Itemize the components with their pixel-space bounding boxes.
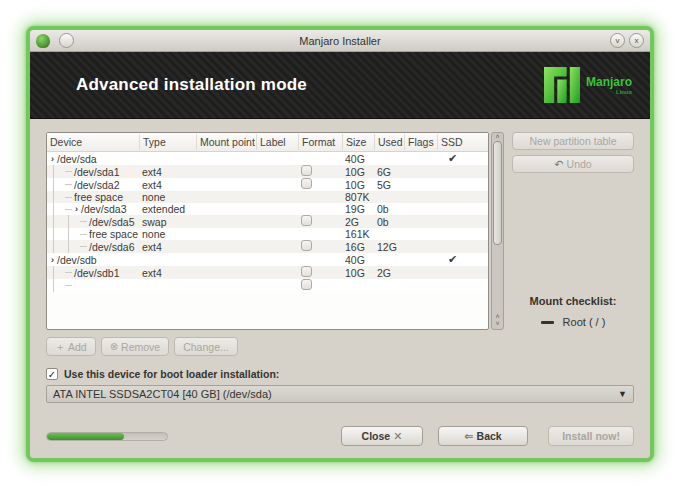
column-header-device[interactable]: Device (47, 134, 139, 150)
page-header: Advanced installation mode Manjaro Linux (30, 52, 650, 119)
column-header-flags[interactable]: Flags (404, 134, 437, 150)
format-checkbox[interactable] (301, 215, 312, 226)
table-row-dev-sdb1[interactable]: /dev/sdb1ext410G2G (47, 266, 488, 279)
table-row-dev-sda2[interactable]: /dev/sda2ext410G5G (47, 178, 488, 191)
close-window-button[interactable]: x (629, 33, 644, 48)
change-button[interactable]: Change... (174, 337, 238, 356)
manjaro-logo: Manjaro Linux (544, 67, 632, 103)
partition-table[interactable]: DeviceTypeMount pointLabelFormatSizeUsed… (46, 132, 489, 330)
table-row-dev-sda3[interactable]: ›/dev/sda3extended19G0b (47, 203, 488, 215)
install-now-button[interactable]: Install now! (548, 426, 634, 446)
table-row-dev-sda1[interactable]: /dev/sda1ext410G6G (47, 165, 488, 178)
size-cell: 161K (342, 228, 374, 240)
expander-icon[interactable]: › (51, 255, 54, 265)
back-label: Back (477, 430, 502, 442)
table-row-dev-sda6[interactable]: /dev/sda6ext416G12G (47, 240, 488, 253)
size-cell: 807K (342, 191, 374, 203)
add-button[interactable]: ＋ Add (46, 337, 96, 356)
installer-window: Manjaro Installer v x Advanced installat… (26, 26, 654, 462)
mount-checklist-item: Root ( / ) (512, 316, 634, 328)
used-cell: 6G (374, 166, 404, 178)
scroll-down-icon[interactable]: ˅ (495, 321, 499, 327)
boot-device-select[interactable]: ATA INTEL SSDSA2CT04 [40 GB] (/dev/sda) … (46, 385, 634, 403)
tree-guide (53, 191, 65, 203)
device-cell: free space (47, 191, 139, 203)
tree-connector (65, 171, 72, 172)
column-header-size[interactable]: Size (342, 134, 374, 150)
used-cell: 2G (374, 267, 404, 279)
type-cell: ext4 (139, 179, 196, 191)
remove-label: Remove (121, 341, 160, 353)
boot-device-value: ATA INTEL SSDSA2CT04 [40 GB] (/dev/sda) (53, 388, 272, 400)
format-checkbox[interactable] (301, 266, 312, 277)
change-label: Change... (183, 341, 229, 353)
table-row-partial[interactable] (47, 279, 488, 292)
tree-guide (68, 240, 80, 253)
tree-guide (68, 228, 80, 240)
device-cell: /dev/sda2 (47, 178, 139, 191)
close-icon: ✕ (393, 430, 402, 443)
mount-checklist: Mount checklist: Root ( / ) (512, 295, 634, 330)
device-label: /dev/sda2 (74, 179, 120, 191)
size-cell: 10G (342, 179, 374, 191)
device-cell: /dev/sda1 (47, 165, 139, 178)
device-label: free space (74, 191, 123, 203)
device-label: /dev/sdb (57, 254, 97, 266)
format-checkbox[interactable] (301, 240, 312, 251)
device-cell: /dev/sdb1 (47, 266, 139, 279)
new-partition-table-label: New partition table (530, 135, 617, 147)
menu-button[interactable] (59, 33, 74, 48)
app-icon[interactable] (36, 34, 50, 48)
device-label: /dev/sda (57, 153, 97, 165)
table-row-free-space[interactable]: free spacenone161K (47, 228, 488, 240)
tree-guide (68, 215, 80, 228)
format-cell (298, 215, 342, 228)
table-scrollbar[interactable]: ˄ ˄ ˅ (491, 132, 504, 330)
table-row-free-space[interactable]: free spacenone807K (47, 191, 488, 203)
footer-row: Close ✕ ⇐ Back Install now! (46, 426, 634, 446)
titlebar[interactable]: Manjaro Installer v x (30, 30, 650, 52)
size-cell: 40G (342, 153, 374, 165)
tree-connector (65, 209, 72, 210)
remove-icon: ⊗ (110, 342, 118, 352)
size-cell: 10G (342, 267, 374, 279)
scrollbar-thumb[interactable] (493, 141, 502, 245)
column-header-format[interactable]: Format (298, 134, 342, 150)
format-checkbox[interactable] (301, 178, 312, 189)
expander-icon[interactable]: › (75, 204, 78, 214)
boot-loader-checkbox[interactable]: ✓ (46, 368, 58, 380)
column-header-used[interactable]: Used (374, 134, 404, 150)
table-row-dev-sda[interactable]: ›/dev/sda40G✔ (47, 152, 488, 165)
column-header-label[interactable]: Label (256, 134, 298, 150)
progress-fill (47, 433, 124, 440)
device-cell: ›/dev/sda (47, 152, 139, 165)
ssd-cell: ✔ (437, 253, 488, 266)
device-label: /dev/sda5 (89, 216, 135, 228)
close-label: Close (362, 430, 391, 442)
tree-guide (53, 165, 65, 178)
column-header-ssd[interactable]: SSD (437, 134, 488, 150)
undo-button[interactable]: ↶ Undo (512, 155, 634, 173)
tree-connector (65, 285, 72, 286)
column-header-mount-point[interactable]: Mount point (196, 134, 256, 150)
table-row-dev-sdb[interactable]: ›/dev/sdb40G✔ (47, 253, 488, 266)
shade-button[interactable]: v (610, 33, 625, 48)
chevron-down-icon: ▼ (618, 389, 627, 399)
boot-loader-row: ✓ Use this device for boot loader instal… (46, 368, 634, 380)
remove-button[interactable]: ⊗ Remove (101, 337, 170, 356)
back-button[interactable]: ⇐ Back (438, 426, 528, 446)
brand-sub: Linux (586, 89, 632, 95)
scroll-up-icon[interactable]: ˄ (495, 133, 499, 140)
table-row-dev-sda5[interactable]: /dev/sda5swap2G0b (47, 215, 488, 228)
tree-guide (53, 266, 65, 279)
format-checkbox[interactable] (301, 165, 312, 176)
new-partition-table-button[interactable]: New partition table (512, 132, 634, 150)
boot-loader-label: Use this device for boot loader installa… (64, 368, 279, 380)
expander-icon[interactable]: › (51, 154, 54, 164)
device-label: /dev/sda6 (89, 241, 135, 253)
format-checkbox[interactable] (301, 279, 312, 290)
close-button[interactable]: Close ✕ (341, 426, 423, 446)
used-cell: 0b (374, 216, 404, 228)
column-header-type[interactable]: Type (139, 134, 196, 150)
type-cell: ext4 (139, 267, 196, 279)
